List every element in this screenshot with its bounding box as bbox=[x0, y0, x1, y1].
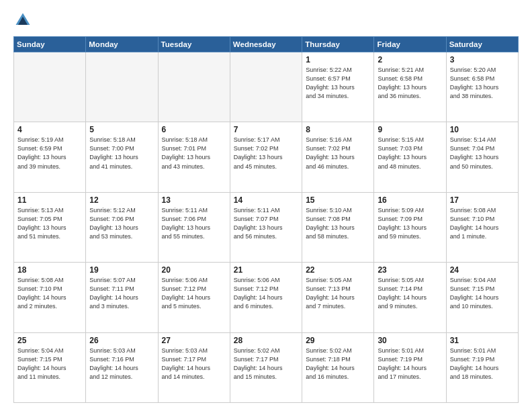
day-cell: 17Sunrise: 5:08 AM Sunset: 7:10 PM Dayli… bbox=[446, 192, 518, 262]
week-row-3: 11Sunrise: 5:13 AM Sunset: 7:05 PM Dayli… bbox=[14, 192, 519, 262]
day-info: Sunrise: 5:11 AM Sunset: 7:06 PM Dayligh… bbox=[162, 206, 226, 241]
day-number: 2 bbox=[378, 55, 442, 64]
day-number: 21 bbox=[234, 265, 298, 275]
day-number: 6 bbox=[162, 125, 226, 134]
day-cell: 23Sunrise: 5:05 AM Sunset: 7:14 PM Dayli… bbox=[374, 263, 446, 332]
day-info: Sunrise: 5:17 AM Sunset: 7:02 PM Dayligh… bbox=[234, 136, 298, 171]
day-cell: 29Sunrise: 5:02 AM Sunset: 7:18 PM Dayli… bbox=[302, 332, 374, 402]
day-number: 30 bbox=[378, 336, 442, 345]
day-cell: 5Sunrise: 5:18 AM Sunset: 7:00 PM Daylig… bbox=[86, 122, 158, 192]
day-info: Sunrise: 5:18 AM Sunset: 7:00 PM Dayligh… bbox=[89, 136, 154, 171]
day-cell: 25Sunrise: 5:04 AM Sunset: 7:15 PM Dayli… bbox=[14, 332, 86, 402]
weekday-header-row: SundayMondayTuesdayWednesdayThursdayFrid… bbox=[14, 37, 519, 52]
day-cell: 2Sunrise: 5:21 AM Sunset: 6:58 PM Daylig… bbox=[374, 52, 446, 122]
day-cell: 28Sunrise: 5:02 AM Sunset: 7:17 PM Dayli… bbox=[230, 332, 302, 402]
day-cell: 8Sunrise: 5:16 AM Sunset: 7:02 PM Daylig… bbox=[302, 122, 374, 192]
weekday-header-sunday: Sunday bbox=[14, 37, 86, 52]
day-info: Sunrise: 5:10 AM Sunset: 7:08 PM Dayligh… bbox=[306, 206, 370, 241]
day-number: 15 bbox=[306, 195, 370, 205]
page: SundayMondayTuesdayWednesdayThursdayFrid… bbox=[0, 0, 532, 411]
day-info: Sunrise: 5:16 AM Sunset: 7:02 PM Dayligh… bbox=[306, 136, 370, 171]
day-cell: 6Sunrise: 5:18 AM Sunset: 7:01 PM Daylig… bbox=[158, 122, 230, 192]
day-cell: 15Sunrise: 5:10 AM Sunset: 7:08 PM Dayli… bbox=[302, 192, 374, 262]
day-cell: 1Sunrise: 5:22 AM Sunset: 6:57 PM Daylig… bbox=[302, 52, 374, 122]
day-info: Sunrise: 5:02 AM Sunset: 7:18 PM Dayligh… bbox=[306, 347, 370, 381]
day-cell: 20Sunrise: 5:06 AM Sunset: 7:12 PM Dayli… bbox=[158, 263, 230, 332]
day-number: 9 bbox=[378, 125, 442, 134]
day-cell: 4Sunrise: 5:19 AM Sunset: 6:59 PM Daylig… bbox=[14, 122, 86, 192]
day-cell bbox=[86, 52, 158, 122]
day-info: Sunrise: 5:04 AM Sunset: 7:15 PM Dayligh… bbox=[17, 347, 82, 381]
day-cell: 13Sunrise: 5:11 AM Sunset: 7:06 PM Dayli… bbox=[158, 192, 230, 262]
day-info: Sunrise: 5:14 AM Sunset: 7:04 PM Dayligh… bbox=[450, 136, 515, 171]
day-info: Sunrise: 5:19 AM Sunset: 6:59 PM Dayligh… bbox=[17, 136, 82, 171]
day-number: 1 bbox=[306, 55, 370, 64]
day-cell: 22Sunrise: 5:05 AM Sunset: 7:13 PM Dayli… bbox=[302, 263, 374, 332]
day-number: 11 bbox=[17, 195, 82, 205]
day-info: Sunrise: 5:09 AM Sunset: 7:09 PM Dayligh… bbox=[378, 206, 442, 241]
day-info: Sunrise: 5:15 AM Sunset: 7:03 PM Dayligh… bbox=[378, 136, 442, 171]
calendar-table: SundayMondayTuesdayWednesdayThursdayFrid… bbox=[13, 36, 519, 403]
day-number: 4 bbox=[17, 125, 82, 134]
day-cell: 7Sunrise: 5:17 AM Sunset: 7:02 PM Daylig… bbox=[230, 122, 302, 192]
day-info: Sunrise: 5:18 AM Sunset: 7:01 PM Dayligh… bbox=[162, 136, 226, 171]
day-info: Sunrise: 5:06 AM Sunset: 7:12 PM Dayligh… bbox=[162, 276, 226, 311]
day-info: Sunrise: 5:05 AM Sunset: 7:14 PM Dayligh… bbox=[378, 276, 442, 311]
day-number: 13 bbox=[162, 195, 226, 205]
day-info: Sunrise: 5:08 AM Sunset: 7:10 PM Dayligh… bbox=[450, 206, 515, 241]
week-row-4: 18Sunrise: 5:08 AM Sunset: 7:10 PM Dayli… bbox=[14, 263, 519, 332]
day-cell bbox=[230, 52, 302, 122]
day-info: Sunrise: 5:01 AM Sunset: 7:19 PM Dayligh… bbox=[378, 347, 442, 381]
day-number: 31 bbox=[450, 336, 515, 345]
logo bbox=[13, 11, 35, 30]
day-info: Sunrise: 5:04 AM Sunset: 7:15 PM Dayligh… bbox=[450, 276, 515, 311]
day-number: 7 bbox=[234, 125, 298, 134]
day-number: 22 bbox=[306, 265, 370, 275]
day-info: Sunrise: 5:07 AM Sunset: 7:11 PM Dayligh… bbox=[89, 276, 154, 311]
day-number: 3 bbox=[450, 55, 515, 64]
day-info: Sunrise: 5:22 AM Sunset: 6:57 PM Dayligh… bbox=[306, 66, 370, 101]
day-cell: 9Sunrise: 5:15 AM Sunset: 7:03 PM Daylig… bbox=[374, 122, 446, 192]
day-number: 17 bbox=[450, 195, 515, 205]
day-info: Sunrise: 5:05 AM Sunset: 7:13 PM Dayligh… bbox=[306, 276, 370, 311]
day-number: 23 bbox=[378, 265, 442, 275]
day-info: Sunrise: 5:02 AM Sunset: 7:17 PM Dayligh… bbox=[234, 347, 298, 381]
day-number: 8 bbox=[306, 125, 370, 134]
day-info: Sunrise: 5:20 AM Sunset: 6:58 PM Dayligh… bbox=[450, 66, 515, 101]
day-info: Sunrise: 5:08 AM Sunset: 7:10 PM Dayligh… bbox=[17, 276, 82, 311]
day-info: Sunrise: 5:12 AM Sunset: 7:06 PM Dayligh… bbox=[89, 206, 154, 241]
day-number: 5 bbox=[89, 125, 154, 134]
day-cell: 27Sunrise: 5:03 AM Sunset: 7:17 PM Dayli… bbox=[158, 332, 230, 402]
day-info: Sunrise: 5:06 AM Sunset: 7:12 PM Dayligh… bbox=[234, 276, 298, 311]
logo-icon bbox=[13, 11, 32, 30]
day-cell: 19Sunrise: 5:07 AM Sunset: 7:11 PM Dayli… bbox=[86, 263, 158, 332]
week-row-2: 4Sunrise: 5:19 AM Sunset: 6:59 PM Daylig… bbox=[14, 122, 519, 192]
day-cell bbox=[158, 52, 230, 122]
day-number: 28 bbox=[234, 336, 298, 345]
day-info: Sunrise: 5:03 AM Sunset: 7:16 PM Dayligh… bbox=[89, 347, 154, 381]
weekday-header-friday: Friday bbox=[374, 37, 446, 52]
day-number: 26 bbox=[89, 336, 154, 345]
day-cell: 26Sunrise: 5:03 AM Sunset: 7:16 PM Dayli… bbox=[86, 332, 158, 402]
day-cell: 31Sunrise: 5:01 AM Sunset: 7:19 PM Dayli… bbox=[446, 332, 518, 402]
day-number: 19 bbox=[89, 265, 154, 275]
day-cell: 30Sunrise: 5:01 AM Sunset: 7:19 PM Dayli… bbox=[374, 332, 446, 402]
day-cell: 10Sunrise: 5:14 AM Sunset: 7:04 PM Dayli… bbox=[446, 122, 518, 192]
week-row-1: 1Sunrise: 5:22 AM Sunset: 6:57 PM Daylig… bbox=[14, 52, 519, 122]
weekday-header-wednesday: Wednesday bbox=[230, 37, 302, 52]
day-info: Sunrise: 5:13 AM Sunset: 7:05 PM Dayligh… bbox=[17, 206, 82, 241]
day-number: 16 bbox=[378, 195, 442, 205]
weekday-header-tuesday: Tuesday bbox=[158, 37, 230, 52]
day-number: 24 bbox=[450, 265, 515, 275]
day-cell: 24Sunrise: 5:04 AM Sunset: 7:15 PM Dayli… bbox=[446, 263, 518, 332]
day-info: Sunrise: 5:03 AM Sunset: 7:17 PM Dayligh… bbox=[162, 347, 226, 381]
day-cell: 18Sunrise: 5:08 AM Sunset: 7:10 PM Dayli… bbox=[14, 263, 86, 332]
day-cell: 12Sunrise: 5:12 AM Sunset: 7:06 PM Dayli… bbox=[86, 192, 158, 262]
day-cell bbox=[14, 52, 86, 122]
day-cell: 11Sunrise: 5:13 AM Sunset: 7:05 PM Dayli… bbox=[14, 192, 86, 262]
day-cell: 21Sunrise: 5:06 AM Sunset: 7:12 PM Dayli… bbox=[230, 263, 302, 332]
day-info: Sunrise: 5:21 AM Sunset: 6:58 PM Dayligh… bbox=[378, 66, 442, 101]
weekday-header-monday: Monday bbox=[86, 37, 158, 52]
day-cell: 3Sunrise: 5:20 AM Sunset: 6:58 PM Daylig… bbox=[446, 52, 518, 122]
day-number: 29 bbox=[306, 336, 370, 345]
